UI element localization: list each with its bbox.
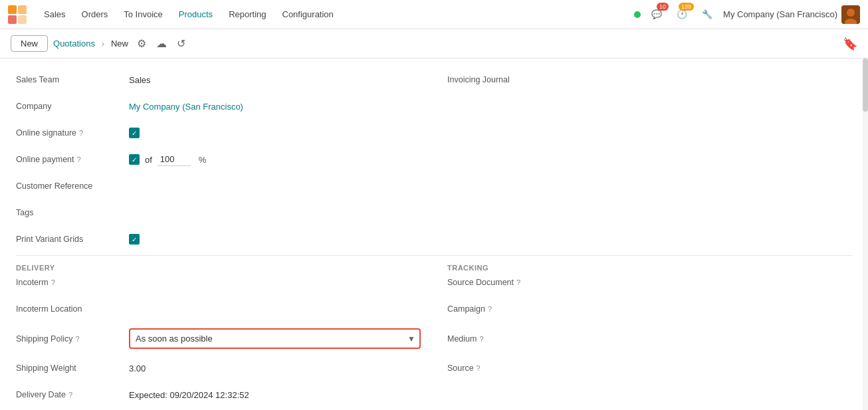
source-document-help[interactable]: ? — [516, 278, 520, 286]
company-value[interactable]: My Company (San Francisco) — [129, 102, 421, 112]
app-logo[interactable] — [8, 5, 27, 24]
activities-badge: 139 — [679, 3, 694, 11]
form-section-tags: Tags — [16, 202, 852, 223]
messages-badge: 10 — [657, 3, 669, 11]
tracking-section-title: TRACKING — [447, 264, 852, 272]
bookmark-icon[interactable]: 🔖 — [843, 37, 857, 51]
tags-label: Tags — [16, 208, 129, 217]
nav-products[interactable]: Products — [172, 5, 219, 23]
shipping-policy-help[interactable]: ? — [75, 335, 79, 343]
breadcrumb-separator: › — [102, 39, 104, 49]
nav-configuration[interactable]: Configuration — [276, 5, 340, 23]
print-variant-value: ✓ — [129, 234, 421, 245]
incoterm-location-row: Incoterm Location — [16, 298, 421, 320]
shipping-weight-label: Shipping Weight — [16, 363, 129, 373]
online-payment-of: of — [145, 155, 152, 165]
source-label: Source ? — [447, 363, 560, 373]
shipping-policy-select[interactable]: As soon as possible When all products ar… — [130, 330, 419, 348]
online-payment-pct-input[interactable] — [158, 153, 191, 166]
svg-point-5 — [847, 9, 855, 17]
main-form: Sales Team Sales Invoicing Journal Compa… — [0, 58, 868, 410]
incoterm-label: Incoterm ? — [16, 278, 129, 287]
nav-to-invoice[interactable]: To Invoice — [117, 5, 169, 23]
breadcrumb-quotations[interactable]: Quotations — [53, 39, 95, 49]
scrollbar[interactable] — [863, 58, 868, 410]
cloud-save-icon[interactable]: ☁ — [154, 36, 169, 52]
campaign-label: Campaign ? — [447, 304, 560, 314]
campaign-row: Campaign ? — [447, 298, 852, 320]
navbar: Sales Orders To Invoice Products Reporti… — [0, 0, 868, 29]
incoterm-location-label: Incoterm Location — [16, 304, 129, 314]
invoicing-journal-row: Invoicing Journal — [447, 69, 852, 90]
sales-team-row: Sales Team Sales — [16, 69, 421, 90]
customer-ref-label: Customer Reference — [16, 181, 129, 191]
online-signature-checkbox[interactable]: ✓ — [129, 128, 140, 138]
settings-button[interactable]: 🔧 — [698, 5, 716, 24]
incoterm-row: Incoterm ? — [16, 272, 421, 293]
delivery-date-label: Delivery Date ? — [16, 390, 129, 399]
clock-icon: 🕐 — [677, 9, 687, 19]
form-section-signature: Online signature ? ✓ — [16, 122, 852, 144]
shipping-policy-field: As soon as possible When all products ar… — [129, 328, 421, 349]
navbar-right: 💬 10 🕐 139 🔧 My Company (San Francisco) — [634, 5, 860, 24]
svg-rect-1 — [18, 5, 27, 14]
messages-button[interactable]: 💬 10 — [647, 5, 666, 24]
campaign-help[interactable]: ? — [488, 305, 492, 313]
shipping-weight-row: Shipping Weight 3.00 — [16, 358, 421, 379]
source-help[interactable]: ? — [477, 364, 481, 372]
online-payment-checkbox[interactable]: ✓ — [129, 154, 140, 165]
breadcrumb-current: New — [111, 39, 128, 49]
toolbar: New Quotations › New ⚙ ☁ ↺ 🔖 — [0, 29, 868, 58]
nav-reporting[interactable]: Reporting — [222, 5, 272, 23]
sales-team-value: Sales — [129, 75, 421, 85]
company-selector[interactable]: My Company (San Francisco) — [723, 5, 860, 24]
svg-rect-3 — [18, 15, 27, 24]
form-section-basic: Sales Team Sales Invoicing Journal — [16, 69, 852, 90]
delivery-date-help[interactable]: ? — [68, 391, 72, 399]
user-avatar — [841, 5, 860, 24]
toolbar-right: 🔖 — [843, 37, 857, 51]
shipping-policy-row: Shipping Policy ? As soon as possible Wh… — [16, 325, 421, 352]
toolbar-actions: ⚙ ☁ ↺ — [134, 36, 189, 52]
svg-rect-2 — [8, 15, 17, 24]
online-signature-value: ✓ — [129, 128, 421, 139]
form-section-print-variant: Print Variant Grids ✓ — [16, 229, 852, 250]
nav-orders[interactable]: Orders — [75, 5, 115, 23]
form-section-delivery-date: Delivery Date ? Expected: 09/20/2024 12:… — [16, 384, 852, 405]
scrollbar-thumb[interactable] — [863, 58, 868, 112]
online-signature-label: Online signature ? — [16, 128, 129, 138]
new-button[interactable]: New — [11, 35, 48, 52]
source-row: Source ? — [447, 358, 852, 379]
online-status-dot — [634, 11, 641, 18]
incoterm-help[interactable]: ? — [51, 278, 55, 286]
company-row: Company My Company (San Francisco) — [16, 96, 421, 117]
chat-icon: 💬 — [651, 9, 662, 19]
medium-help[interactable]: ? — [479, 335, 483, 343]
form-section-incoterm-location: Incoterm Location Campaign ? — [16, 298, 852, 320]
settings-gear-icon[interactable]: ⚙ — [134, 36, 150, 52]
activities-button[interactable]: 🕐 139 — [673, 5, 691, 24]
medium-row: Medium ? — [447, 325, 852, 352]
company-name: My Company (San Francisco) — [723, 9, 837, 19]
print-variant-checkbox[interactable]: ✓ — [129, 234, 140, 245]
delivery-section-title: DELIVERY — [16, 264, 421, 272]
company-label: Company — [16, 102, 129, 111]
online-signature-row: Online signature ? ✓ — [16, 122, 421, 144]
form-section-company: Company My Company (San Francisco) — [16, 96, 852, 117]
shipping-policy-select-wrapper: As soon as possible When all products ar… — [129, 328, 421, 349]
online-payment-help[interactable]: ? — [77, 155, 81, 163]
nav-sales[interactable]: Sales — [37, 5, 72, 23]
shipping-policy-label: Shipping Policy ? — [16, 334, 129, 344]
online-payment-value: ✓ of % — [129, 153, 421, 166]
print-variant-row: Print Variant Grids ✓ — [16, 229, 421, 250]
sales-team-label: Sales Team — [16, 75, 129, 84]
tags-row: Tags — [16, 202, 421, 223]
customer-ref-row: Customer Reference — [16, 175, 421, 197]
delivery-date-row: Delivery Date ? Expected: 09/20/2024 12:… — [16, 384, 421, 405]
online-signature-help[interactable]: ? — [79, 129, 83, 137]
form-section-customer-ref: Customer Reference — [16, 175, 852, 197]
form-section-payment: Online payment ? ✓ of % — [16, 149, 852, 170]
form-section-shipping-weight: Shipping Weight 3.00 Source ? — [16, 358, 852, 379]
refresh-icon[interactable]: ↺ — [173, 36, 189, 52]
form-section-incoterm: Incoterm ? Source Document ? — [16, 272, 852, 293]
